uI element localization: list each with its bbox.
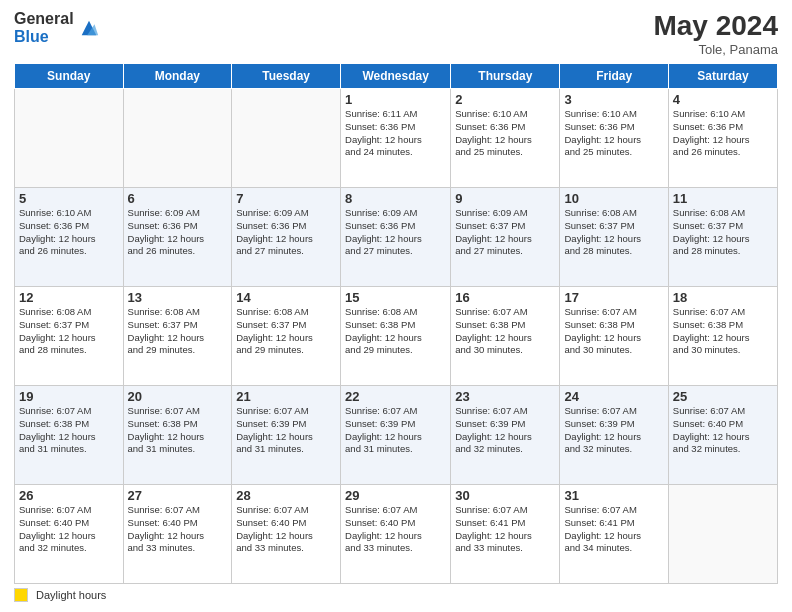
calendar-cell: 24Sunrise: 6:07 AM Sunset: 6:39 PM Dayli… (560, 386, 668, 485)
calendar-cell: 11Sunrise: 6:08 AM Sunset: 6:37 PM Dayli… (668, 188, 777, 287)
day-number: 5 (19, 191, 119, 206)
day-info: Sunrise: 6:07 AM Sunset: 6:39 PM Dayligh… (236, 405, 336, 456)
day-number: 10 (564, 191, 663, 206)
day-number: 1 (345, 92, 446, 107)
day-info: Sunrise: 6:09 AM Sunset: 6:36 PM Dayligh… (236, 207, 336, 258)
calendar-cell: 19Sunrise: 6:07 AM Sunset: 6:38 PM Dayli… (15, 386, 124, 485)
calendar-table: SundayMondayTuesdayWednesdayThursdayFrid… (14, 63, 778, 584)
header: General Blue May 2024 Tole, Panama (14, 10, 778, 57)
calendar-cell: 30Sunrise: 6:07 AM Sunset: 6:41 PM Dayli… (451, 485, 560, 584)
calendar-header-wednesday: Wednesday (341, 64, 451, 89)
day-number: 30 (455, 488, 555, 503)
calendar-cell: 9Sunrise: 6:09 AM Sunset: 6:37 PM Daylig… (451, 188, 560, 287)
calendar-week-2: 12Sunrise: 6:08 AM Sunset: 6:37 PM Dayli… (15, 287, 778, 386)
day-number: 11 (673, 191, 773, 206)
day-number: 29 (345, 488, 446, 503)
day-info: Sunrise: 6:07 AM Sunset: 6:40 PM Dayligh… (345, 504, 446, 555)
day-number: 19 (19, 389, 119, 404)
calendar-cell: 5Sunrise: 6:10 AM Sunset: 6:36 PM Daylig… (15, 188, 124, 287)
day-info: Sunrise: 6:08 AM Sunset: 6:37 PM Dayligh… (128, 306, 228, 357)
calendar-cell: 28Sunrise: 6:07 AM Sunset: 6:40 PM Dayli… (232, 485, 341, 584)
calendar-week-4: 26Sunrise: 6:07 AM Sunset: 6:40 PM Dayli… (15, 485, 778, 584)
calendar-cell: 6Sunrise: 6:09 AM Sunset: 6:36 PM Daylig… (123, 188, 232, 287)
day-number: 31 (564, 488, 663, 503)
day-number: 12 (19, 290, 119, 305)
day-info: Sunrise: 6:10 AM Sunset: 6:36 PM Dayligh… (564, 108, 663, 159)
day-info: Sunrise: 6:07 AM Sunset: 6:40 PM Dayligh… (128, 504, 228, 555)
calendar-cell (232, 89, 341, 188)
day-info: Sunrise: 6:07 AM Sunset: 6:41 PM Dayligh… (564, 504, 663, 555)
day-info: Sunrise: 6:09 AM Sunset: 6:36 PM Dayligh… (128, 207, 228, 258)
day-info: Sunrise: 6:08 AM Sunset: 6:37 PM Dayligh… (236, 306, 336, 357)
calendar-cell: 21Sunrise: 6:07 AM Sunset: 6:39 PM Dayli… (232, 386, 341, 485)
calendar-cell: 12Sunrise: 6:08 AM Sunset: 6:37 PM Dayli… (15, 287, 124, 386)
day-number: 7 (236, 191, 336, 206)
day-info: Sunrise: 6:08 AM Sunset: 6:37 PM Dayligh… (673, 207, 773, 258)
page: General Blue May 2024 Tole, Panama Sunda… (0, 0, 792, 612)
calendar-header-thursday: Thursday (451, 64, 560, 89)
calendar-header-monday: Monday (123, 64, 232, 89)
calendar-header-sunday: Sunday (15, 64, 124, 89)
day-info: Sunrise: 6:11 AM Sunset: 6:36 PM Dayligh… (345, 108, 446, 159)
day-info: Sunrise: 6:10 AM Sunset: 6:36 PM Dayligh… (455, 108, 555, 159)
calendar-week-3: 19Sunrise: 6:07 AM Sunset: 6:38 PM Dayli… (15, 386, 778, 485)
day-info: Sunrise: 6:09 AM Sunset: 6:37 PM Dayligh… (455, 207, 555, 258)
calendar-cell: 7Sunrise: 6:09 AM Sunset: 6:36 PM Daylig… (232, 188, 341, 287)
day-number: 20 (128, 389, 228, 404)
day-info: Sunrise: 6:07 AM Sunset: 6:38 PM Dayligh… (128, 405, 228, 456)
day-number: 2 (455, 92, 555, 107)
day-info: Sunrise: 6:10 AM Sunset: 6:36 PM Dayligh… (673, 108, 773, 159)
main-title: May 2024 (653, 10, 778, 42)
calendar-cell: 25Sunrise: 6:07 AM Sunset: 6:40 PM Dayli… (668, 386, 777, 485)
calendar-cell: 22Sunrise: 6:07 AM Sunset: 6:39 PM Dayli… (341, 386, 451, 485)
calendar-cell: 23Sunrise: 6:07 AM Sunset: 6:39 PM Dayli… (451, 386, 560, 485)
day-info: Sunrise: 6:09 AM Sunset: 6:36 PM Dayligh… (345, 207, 446, 258)
logo-blue: Blue (14, 28, 74, 46)
calendar-cell: 18Sunrise: 6:07 AM Sunset: 6:38 PM Dayli… (668, 287, 777, 386)
day-info: Sunrise: 6:07 AM Sunset: 6:40 PM Dayligh… (236, 504, 336, 555)
day-info: Sunrise: 6:07 AM Sunset: 6:41 PM Dayligh… (455, 504, 555, 555)
day-number: 23 (455, 389, 555, 404)
calendar-header-row: SundayMondayTuesdayWednesdayThursdayFrid… (15, 64, 778, 89)
day-info: Sunrise: 6:07 AM Sunset: 6:38 PM Dayligh… (19, 405, 119, 456)
day-info: Sunrise: 6:10 AM Sunset: 6:36 PM Dayligh… (19, 207, 119, 258)
calendar-cell: 26Sunrise: 6:07 AM Sunset: 6:40 PM Dayli… (15, 485, 124, 584)
day-number: 13 (128, 290, 228, 305)
calendar-cell: 13Sunrise: 6:08 AM Sunset: 6:37 PM Dayli… (123, 287, 232, 386)
day-info: Sunrise: 6:07 AM Sunset: 6:40 PM Dayligh… (673, 405, 773, 456)
calendar-cell (668, 485, 777, 584)
day-info: Sunrise: 6:07 AM Sunset: 6:38 PM Dayligh… (455, 306, 555, 357)
day-number: 16 (455, 290, 555, 305)
calendar-cell: 14Sunrise: 6:08 AM Sunset: 6:37 PM Dayli… (232, 287, 341, 386)
day-number: 6 (128, 191, 228, 206)
calendar-cell: 4Sunrise: 6:10 AM Sunset: 6:36 PM Daylig… (668, 89, 777, 188)
day-number: 17 (564, 290, 663, 305)
day-info: Sunrise: 6:07 AM Sunset: 6:39 PM Dayligh… (455, 405, 555, 456)
calendar-cell: 17Sunrise: 6:07 AM Sunset: 6:38 PM Dayli… (560, 287, 668, 386)
calendar-header-saturday: Saturday (668, 64, 777, 89)
logo-icon (78, 17, 100, 39)
day-number: 27 (128, 488, 228, 503)
day-number: 18 (673, 290, 773, 305)
day-number: 22 (345, 389, 446, 404)
day-number: 28 (236, 488, 336, 503)
day-number: 21 (236, 389, 336, 404)
calendar-cell: 1Sunrise: 6:11 AM Sunset: 6:36 PM Daylig… (341, 89, 451, 188)
calendar-header-tuesday: Tuesday (232, 64, 341, 89)
title-area: May 2024 Tole, Panama (653, 10, 778, 57)
calendar-cell: 29Sunrise: 6:07 AM Sunset: 6:40 PM Dayli… (341, 485, 451, 584)
calendar-cell: 2Sunrise: 6:10 AM Sunset: 6:36 PM Daylig… (451, 89, 560, 188)
day-number: 15 (345, 290, 446, 305)
calendar-cell: 8Sunrise: 6:09 AM Sunset: 6:36 PM Daylig… (341, 188, 451, 287)
day-number: 4 (673, 92, 773, 107)
day-number: 24 (564, 389, 663, 404)
legend-label: Daylight hours (36, 589, 106, 601)
day-info: Sunrise: 6:07 AM Sunset: 6:38 PM Dayligh… (673, 306, 773, 357)
footer: Daylight hours (14, 588, 778, 602)
calendar-header-friday: Friday (560, 64, 668, 89)
subtitle: Tole, Panama (653, 42, 778, 57)
calendar-cell: 10Sunrise: 6:08 AM Sunset: 6:37 PM Dayli… (560, 188, 668, 287)
logo-text: General Blue (14, 10, 74, 45)
calendar-cell: 20Sunrise: 6:07 AM Sunset: 6:38 PM Dayli… (123, 386, 232, 485)
day-info: Sunrise: 6:07 AM Sunset: 6:39 PM Dayligh… (564, 405, 663, 456)
